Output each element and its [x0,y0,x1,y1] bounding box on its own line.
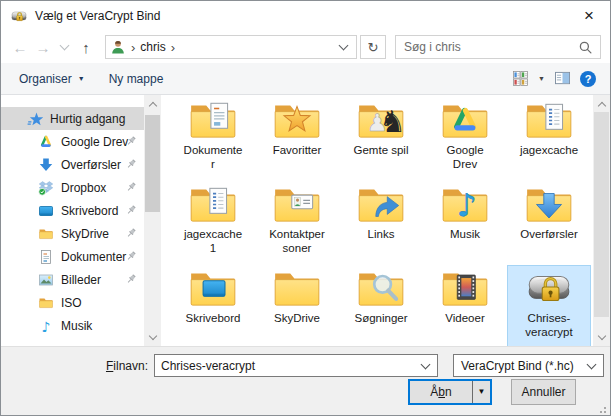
toolbar-right-group: ▼ ? [513,71,610,87]
pin-icon[interactable] [125,181,138,194]
search-icon [579,41,592,54]
sidebar-item-label: Musik [61,319,92,333]
forward-button[interactable]: → [32,35,54,59]
file-label: Links [368,227,395,241]
views-icon[interactable] [513,71,528,86]
up-button[interactable]: ↑ [74,35,98,59]
file-icon [188,100,238,142]
sidebar-item-icon [38,272,54,288]
file-label: Chrises-veracrypt [519,311,579,339]
file-item[interactable]: jagexcache [507,97,591,181]
file-item[interactable]: Skrivebord [171,265,255,349]
sidebar-item-label: Billeder [61,273,101,287]
navigation-pane: Hurtig adgang Google Drev Overførsler Dr… [1,95,144,346]
organize-button[interactable]: Organiser ▼ [13,63,91,94]
chevron-down-icon[interactable] [587,359,597,369]
filename-label: Filnavn: [1,359,148,373]
sidebar-item-icon [38,295,54,311]
sidebar-item[interactable]: Billeder [1,268,144,291]
pin-icon[interactable] [125,204,138,217]
views-dropdown-icon[interactable]: ▼ [538,75,545,82]
filename-combobox[interactable] [154,354,438,377]
open-dropdown-icon[interactable]: ▼ [473,381,490,403]
pin-icon[interactable] [125,227,138,240]
sidebar-item[interactable]: Skrivebord [1,199,144,222]
sidebar-item-icon [38,226,54,242]
file-item[interactable]: Favoritter [255,97,339,181]
file-dialog-window: Vælg et VeraCrypt Bind × ← → ↑ › chris ›… [0,0,611,416]
breadcrumb-user[interactable]: chris [140,40,165,54]
file-icon [272,184,322,226]
filetype-value: VeraCrypt Bind (*.hc) [454,359,574,373]
sidebar-item-label: Dropbox [61,181,106,195]
file-item[interactable]: Gemte spil [339,97,423,181]
breadcrumb-separator[interactable]: › [171,41,175,54]
resize-grip[interactable] [596,403,607,414]
pin-icon[interactable] [125,250,138,263]
pin-icon[interactable] [125,158,138,171]
file-item[interactable]: Google Drev [423,97,507,181]
file-label: Favoritter [273,143,322,157]
file-list: Dokumenter Favoritter Gemte spil Google … [171,97,591,349]
open-button[interactable]: Åbn [410,381,473,403]
file-icon [188,184,238,226]
sidebar-item-label: Dokumenter [61,250,126,264]
sidebar-item-icon [38,134,54,150]
file-label: Skrivebord [186,311,241,325]
scrollbar-thumb[interactable] [145,115,160,212]
sidebar-item[interactable]: Overførsler [1,153,144,176]
sidebar-item[interactable]: SkyDrive [1,222,144,245]
file-label: SkyDrive [274,311,320,325]
file-list-scrollbar[interactable] [593,95,610,346]
sidebar-item[interactable]: Dropbox [1,176,144,199]
file-item[interactable]: Søgninger [339,265,423,349]
back-button[interactable]: ← [9,35,31,59]
scrollbar-thumb[interactable] [594,112,609,317]
sidebar-item[interactable]: Hurtig adgang [1,107,144,130]
pin-icon[interactable] [125,135,138,148]
file-item[interactable]: Dokumenter [171,97,255,181]
sidebar-item[interactable]: ISO [1,291,144,314]
file-item[interactable]: jagexcache 1 [171,181,255,265]
chevron-down-icon[interactable] [421,359,431,369]
command-bar: Organiser ▼ Ny mappe ▼ ? [1,63,610,95]
address-bar[interactable]: › chris › [105,35,357,59]
address-dropdown-icon[interactable] [339,41,349,51]
file-label: Dokumenter [183,143,243,171]
file-item[interactable]: Chrises-veracrypt [507,265,591,349]
file-item[interactable]: Overførsler [507,181,591,265]
help-icon[interactable]: ? [580,71,596,87]
pin-icon[interactable] [125,273,138,286]
close-icon[interactable]: × [568,1,610,30]
search-input[interactable] [396,40,579,54]
scroll-down-icon[interactable] [144,329,161,345]
open-split-button[interactable]: Åbn ▼ [408,379,492,405]
filename-input[interactable] [155,359,422,373]
sidebar-item[interactable]: Google Drev [1,130,144,153]
scroll-up-icon[interactable] [144,96,161,112]
search-box[interactable] [395,35,601,59]
new-folder-button[interactable]: Ny mappe [103,63,170,94]
file-item[interactable]: Musik [423,181,507,265]
recent-locations-button[interactable] [57,35,71,59]
file-item[interactable]: Kontaktpersoner [255,181,339,265]
filetype-combobox[interactable]: VeraCrypt Bind (*.hc) [453,354,604,377]
breadcrumb-separator: › [131,41,135,54]
file-icon [356,184,406,226]
file-label: Søgninger [354,311,407,325]
file-item[interactable]: Videoer [423,265,507,349]
file-icon [440,184,490,226]
file-item[interactable]: Links [339,181,423,265]
file-item[interactable]: SkyDrive [255,265,339,349]
scroll-up-icon[interactable] [593,96,610,112]
file-icon [524,100,574,142]
sidebar-item[interactable]: Musik [1,314,144,337]
file-label: Videoer [445,311,484,325]
refresh-button[interactable]: ↻ [360,35,386,59]
sidebar-item[interactable]: Dokumenter [1,245,144,268]
scroll-down-icon[interactable] [593,329,610,345]
preview-pane-icon[interactable] [555,71,570,86]
cancel-button[interactable]: Annuller [511,379,576,405]
sidebar-item-icon [38,203,54,219]
sidebar-scrollbar[interactable] [144,95,161,346]
